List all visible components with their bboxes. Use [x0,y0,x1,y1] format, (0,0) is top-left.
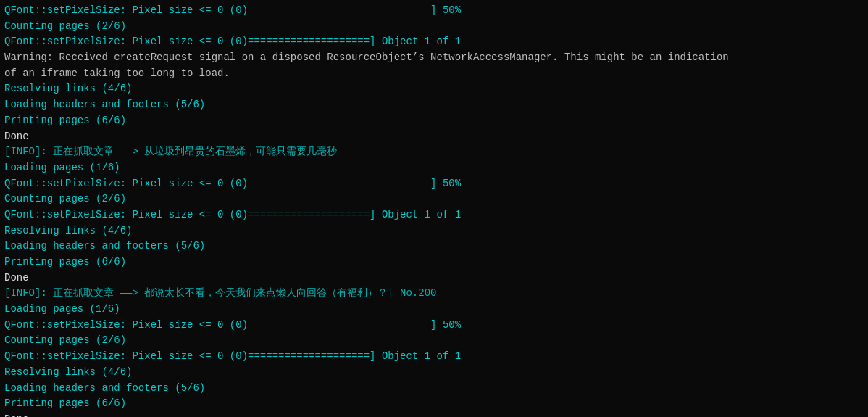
terminal-line: Done [4,412,864,417]
terminal-line: Resolving links (4/6) [4,81,864,97]
terminal-output: QFont::setPixelSize: Pixel size <= 0 (0)… [0,0,868,417]
terminal-line: Warning: Received createRequest signal o… [4,50,864,66]
terminal-line: Counting pages (2/6) [4,19,864,35]
terminal-line: Printing pages (6/6) [4,255,864,271]
terminal-line: QFont::setPixelSize: Pixel size <= 0 (0)… [4,318,864,334]
terminal-line: QFont::setPixelSize: Pixel size <= 0 (0)… [4,176,864,192]
terminal-line: of an iframe taking too long to load. [4,66,864,82]
terminal-line: Loading pages (1/6) [4,302,864,318]
terminal-line: Loading headers and footers (5/6) [4,381,864,397]
terminal-line: [INFO]: 正在抓取文章 ——> 从垃圾到昂贵的石墨烯，可能只需要几毫秒 [4,144,864,160]
terminal-line: Counting pages (2/6) [4,333,864,349]
terminal-line: Loading headers and footers (5/6) [4,239,864,255]
terminal-line: Loading headers and footers (5/6) [4,97,864,113]
terminal-line: Loading pages (1/6) [4,160,864,176]
terminal-line: Printing pages (6/6) [4,396,864,412]
terminal-line: QFont::setPixelSize: Pixel size <= 0 (0)… [4,349,864,365]
terminal-line: Printing pages (6/6) [4,113,864,129]
terminal-line: QFont::setPixelSize: Pixel size <= 0 (0)… [4,207,864,223]
terminal-line: Done [4,129,864,145]
terminal-line: Done [4,271,864,286]
terminal-line: QFont::setPixelSize: Pixel size <= 0 (0)… [4,3,864,19]
terminal-line: QFont::setPixelSize: Pixel size <= 0 (0)… [4,34,864,50]
terminal-line: Resolving links (4/6) [4,365,864,381]
terminal-line: [INFO]: 正在抓取文章 ——> 都说太长不看，今天我们来点懒人向回答（有福… [4,286,864,302]
terminal-line: Counting pages (2/6) [4,191,864,207]
terminal-line: Resolving links (4/6) [4,223,864,239]
